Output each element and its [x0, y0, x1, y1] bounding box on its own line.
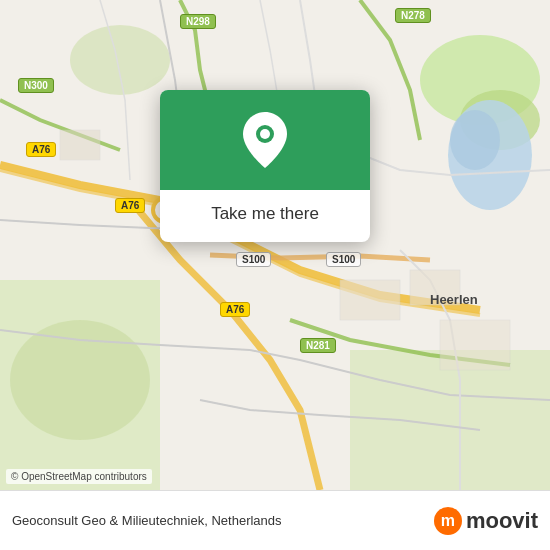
svg-point-8: [450, 110, 500, 170]
road-label-a76-2: A76: [115, 198, 145, 213]
map-container: N278 N298 N300 A76 A76 A76 S100 S100 N28…: [0, 0, 550, 490]
road-label-n281: N281: [300, 338, 336, 353]
popup-header: [160, 90, 370, 190]
svg-rect-5: [350, 350, 550, 490]
svg-rect-13: [60, 130, 100, 160]
svg-point-6: [70, 25, 170, 95]
road-label-s100-1: S100: [236, 252, 271, 267]
location-name-label: Geoconsult Geo & Milieutechniek, Netherl…: [12, 513, 282, 528]
svg-point-15: [260, 129, 270, 139]
svg-rect-10: [340, 280, 400, 320]
road-label-n300: N300: [18, 78, 54, 93]
road-label-s100-2: S100: [326, 252, 361, 267]
road-label-n298: N298: [180, 14, 216, 29]
city-label-heerlen: Heerlen: [430, 292, 478, 307]
popup-card: Take me there: [160, 90, 370, 242]
take-me-there-button[interactable]: Take me there: [211, 204, 319, 224]
popup-body: Take me there: [160, 190, 370, 242]
svg-point-4: [10, 320, 150, 440]
moovit-brand-text: moovit: [466, 508, 538, 534]
svg-rect-12: [440, 320, 510, 370]
footer: Geoconsult Geo & Milieutechniek, Netherl…: [0, 490, 550, 550]
moovit-m-letter: m: [441, 513, 455, 529]
moovit-logo: m moovit: [434, 507, 538, 535]
location-pin-icon: [243, 112, 287, 168]
osm-copyright: © OpenStreetMap contributors: [6, 469, 152, 484]
road-label-a76-1: A76: [26, 142, 56, 157]
footer-location: Geoconsult Geo & Milieutechniek, Netherl…: [12, 513, 282, 528]
moovit-dot-icon: m: [434, 507, 462, 535]
road-label-a76-3: A76: [220, 302, 250, 317]
road-label-n278: N278: [395, 8, 431, 23]
